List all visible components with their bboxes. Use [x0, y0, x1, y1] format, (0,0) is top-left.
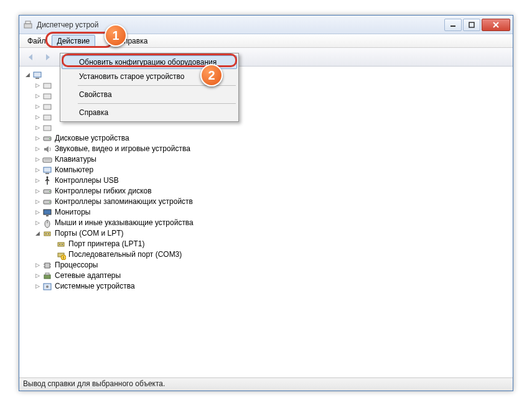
svg-rect-18: [45, 173, 49, 174]
expand-icon[interactable]: ▷: [34, 93, 41, 100]
expand-icon[interactable]: ▷: [34, 135, 41, 142]
menu-scan-hardware[interactable]: Обновить конфигурацию оборудования: [62, 55, 237, 69]
computer-icon: [32, 70, 42, 80]
tree-category[interactable]: ▷Мониторы: [21, 207, 511, 218]
expand-icon[interactable]: ▷: [34, 220, 41, 227]
svg-text:!: !: [63, 256, 64, 260]
device-icon: [56, 239, 66, 249]
expand-icon[interactable]: ▷: [34, 188, 41, 195]
category-label[interactable]: Дисковые устройства: [55, 133, 129, 144]
category-label[interactable]: Компьютер: [55, 165, 93, 175]
svg-rect-11: [44, 115, 51, 120]
expand-icon[interactable]: ▷: [34, 156, 41, 164]
svg-rect-1: [26, 21, 30, 24]
back-button[interactable]: [23, 50, 38, 65]
action-dropdown: Обновить конфигурацию оборудования Устан…: [60, 53, 239, 122]
tree-category[interactable]: ▷Процессоры: [21, 260, 511, 271]
svg-rect-17: [44, 167, 51, 172]
category-label[interactable]: Порты (COM и LPT): [55, 228, 124, 239]
expand-icon[interactable]: ▷: [34, 209, 41, 216]
tree-category[interactable]: ▷Дисковые устройства: [21, 133, 511, 144]
device-label[interactable]: Порт принтера (LPT1): [68, 239, 144, 249]
close-button[interactable]: [482, 19, 510, 31]
category-icon: [42, 271, 52, 281]
svg-point-19: [47, 176, 49, 178]
menu-help[interactable]: Справка: [113, 35, 153, 47]
forward-button[interactable]: [40, 50, 55, 65]
expand-icon[interactable]: ▷: [34, 198, 41, 206]
expand-icon[interactable]: ▷: [34, 146, 41, 153]
svg-point-33: [62, 244, 63, 245]
svg-rect-42: [44, 275, 50, 279]
menu-add-legacy[interactable]: Установить старое устройство: [62, 70, 237, 83]
tree-category[interactable]: ▷Контроллеры запоминающих устройств: [21, 197, 511, 207]
menu-properties[interactable]: Свойства: [62, 88, 237, 101]
category-label[interactable]: Контроллеры запоминающих устройств: [55, 197, 193, 207]
svg-rect-28: [44, 232, 50, 236]
category-label[interactable]: Контроллеры USB: [55, 175, 119, 186]
svg-rect-8: [44, 83, 51, 88]
svg-rect-7: [35, 78, 39, 79]
tree-device[interactable]: Порт принтера (LPT1): [21, 239, 511, 249]
minimize-button[interactable]: [444, 19, 462, 31]
category-label[interactable]: Звуковые, видео и игровые устройства: [55, 144, 190, 154]
tree-device[interactable]: !Последовательный порт (COM3): [21, 249, 511, 260]
expand-icon[interactable]: ▷: [34, 272, 41, 280]
expand-icon[interactable]: ▷: [34, 124, 41, 132]
statusbar: Вывод справки для выбранного объекта.: [19, 377, 513, 391]
device-label[interactable]: Последовательный порт (COM3): [68, 249, 182, 260]
menu-separator: [78, 103, 236, 104]
svg-point-45: [46, 285, 49, 288]
tree-category[interactable]: ▷Сетевые адаптеры: [21, 271, 511, 281]
category-icon: [42, 176, 52, 186]
expand-icon[interactable]: ▷: [34, 82, 41, 90]
app-icon: [23, 20, 33, 30]
svg-rect-37: [45, 263, 50, 268]
category-icon: [42, 113, 52, 123]
category-label[interactable]: Сетевые адаптеры: [55, 271, 121, 281]
category-label[interactable]: Клавиатуры: [55, 154, 96, 165]
tree-category[interactable]: ▷Контроллеры USB: [21, 175, 511, 186]
svg-rect-24: [44, 210, 51, 215]
category-label[interactable]: Мыши и иные указывающие устройства: [55, 218, 194, 228]
tree-category[interactable]: ▷Звуковые, видео и игровые устройства: [21, 144, 511, 154]
tree-category[interactable]: ◢Порты (COM и LPT): [21, 228, 511, 239]
category-label[interactable]: Контроллеры гибких дисков: [55, 186, 152, 197]
svg-point-14: [49, 138, 50, 139]
expand-icon[interactable]: ▷: [34, 167, 41, 174]
category-icon: [42, 144, 52, 154]
collapse-icon[interactable]: ◢: [34, 230, 41, 238]
maximize-button[interactable]: [463, 19, 480, 31]
expand-icon[interactable]: ▷: [34, 262, 41, 269]
svg-point-21: [49, 191, 50, 192]
expand-icon[interactable]: ▷: [34, 114, 41, 121]
category-label[interactable]: Процессоры: [55, 260, 98, 271]
menu-action[interactable]: Действие: [52, 35, 96, 47]
tree-category[interactable]: ▷Системные устройства: [21, 281, 511, 292]
category-icon: [42, 229, 52, 239]
svg-point-32: [59, 244, 60, 245]
expand-icon[interactable]: ▷: [34, 177, 41, 185]
tree-category[interactable]: ▷Мыши и иные указывающие устройства: [21, 218, 511, 228]
menubar: Файл Действие Справка: [19, 34, 513, 48]
titlebar: Диспетчер устрой: [19, 16, 513, 34]
category-label[interactable]: Системные устройства: [55, 281, 135, 292]
collapse-icon[interactable]: ◢: [24, 72, 31, 79]
menu-file[interactable]: Файл: [22, 35, 52, 47]
tree-category[interactable]: ▷Компьютер: [21, 165, 511, 175]
category-label[interactable]: Мониторы: [55, 207, 90, 218]
svg-rect-3: [469, 22, 474, 27]
category-icon: [42, 123, 52, 133]
tree-category[interactable]: ▷Контроллеры гибких дисков: [21, 186, 511, 197]
expand-icon[interactable]: ▷: [34, 103, 41, 111]
window-buttons: [443, 19, 510, 31]
svg-rect-25: [46, 215, 49, 216]
svg-point-30: [48, 233, 49, 234]
expand-icon[interactable]: ▷: [34, 283, 41, 290]
tree-category[interactable]: ▷Клавиатуры: [21, 154, 511, 165]
menu-help[interactable]: Справка: [62, 106, 237, 119]
category-icon: [42, 282, 52, 292]
menu-separator: [78, 85, 236, 86]
tree-category[interactable]: ▷: [21, 123, 511, 133]
category-icon: [42, 91, 52, 101]
